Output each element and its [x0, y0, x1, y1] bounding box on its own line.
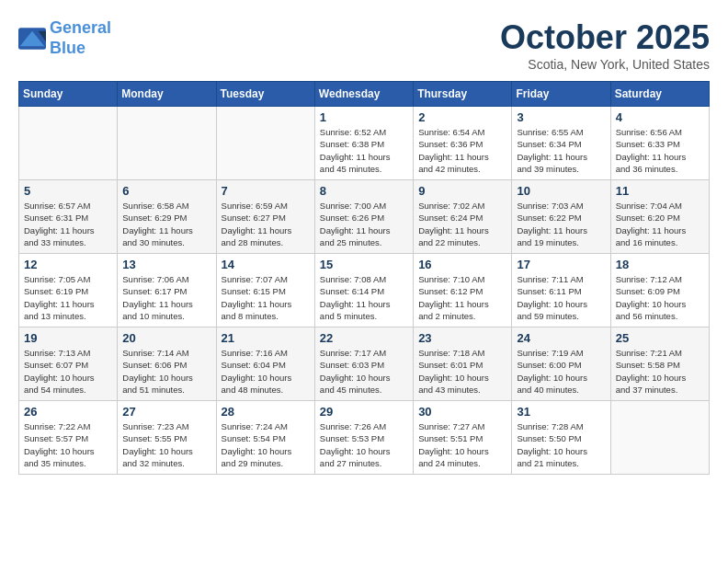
day-info: Sunrise: 7:22 AM Sunset: 5:57 PM Dayligh…: [24, 420, 112, 469]
calendar-cell: 3Sunrise: 6:55 AM Sunset: 6:34 PM Daylig…: [512, 107, 610, 180]
day-number: 18: [616, 258, 704, 271]
calendar-week-row: 26Sunrise: 7:22 AM Sunset: 5:57 PM Dayli…: [19, 401, 710, 475]
calendar-cell: 8Sunrise: 7:00 AM Sunset: 6:26 PM Daylig…: [314, 180, 413, 254]
weekday-header: Sunday: [19, 82, 118, 107]
day-number: 15: [320, 258, 408, 271]
calendar-cell: 29Sunrise: 7:26 AM Sunset: 5:53 PM Dayli…: [314, 401, 413, 475]
day-number: 24: [517, 331, 605, 345]
calendar-cell: 28Sunrise: 7:24 AM Sunset: 5:54 PM Dayli…: [216, 401, 314, 475]
day-number: 31: [517, 405, 605, 419]
day-number: 28: [222, 405, 310, 419]
day-info: Sunrise: 7:03 AM Sunset: 6:22 PM Dayligh…: [517, 200, 605, 248]
calendar-cell: 6Sunrise: 6:58 AM Sunset: 6:29 PM Daylig…: [118, 180, 216, 254]
calendar-cell: [19, 107, 118, 180]
day-number: 10: [517, 184, 605, 198]
calendar-cell: 22Sunrise: 7:17 AM Sunset: 6:03 PM Dayli…: [314, 327, 413, 401]
day-number: 1: [320, 110, 408, 124]
calendar-week-row: 1Sunrise: 6:52 AM Sunset: 6:38 PM Daylig…: [19, 107, 710, 180]
day-info: Sunrise: 7:14 AM Sunset: 6:06 PM Dayligh…: [122, 347, 210, 396]
day-number: 11: [616, 184, 704, 198]
day-info: Sunrise: 7:08 AM Sunset: 6:14 PM Dayligh…: [320, 273, 408, 322]
calendar-cell: 21Sunrise: 7:16 AM Sunset: 6:04 PM Dayli…: [216, 327, 314, 401]
day-info: Sunrise: 7:18 AM Sunset: 6:01 PM Dayligh…: [418, 347, 506, 396]
day-number: 9: [418, 184, 506, 198]
calendar-cell: [216, 107, 314, 180]
calendar-cell: 24Sunrise: 7:19 AM Sunset: 6:00 PM Dayli…: [512, 327, 610, 401]
day-info: Sunrise: 7:23 AM Sunset: 5:55 PM Dayligh…: [122, 420, 210, 469]
calendar-cell: 13Sunrise: 7:06 AM Sunset: 6:17 PM Dayli…: [118, 254, 216, 327]
calendar-week-row: 12Sunrise: 7:05 AM Sunset: 6:19 PM Dayli…: [19, 254, 710, 327]
day-number: 16: [418, 258, 506, 271]
day-info: Sunrise: 7:27 AM Sunset: 5:51 PM Dayligh…: [418, 420, 506, 469]
weekday-header: Monday: [118, 82, 216, 107]
calendar-cell: 2Sunrise: 6:54 AM Sunset: 6:36 PM Daylig…: [414, 107, 512, 180]
day-number: 26: [24, 405, 112, 419]
calendar-title: October 2025: [500, 18, 710, 57]
calendar-cell: 27Sunrise: 7:23 AM Sunset: 5:55 PM Dayli…: [118, 401, 216, 475]
day-number: 13: [122, 258, 210, 271]
calendar-cell: 17Sunrise: 7:11 AM Sunset: 6:11 PM Dayli…: [512, 254, 610, 327]
calendar-cell: 20Sunrise: 7:14 AM Sunset: 6:06 PM Dayli…: [118, 327, 216, 401]
calendar-cell: 18Sunrise: 7:12 AM Sunset: 6:09 PM Dayli…: [610, 254, 709, 327]
day-info: Sunrise: 7:21 AM Sunset: 5:58 PM Dayligh…: [616, 347, 704, 396]
day-info: Sunrise: 7:24 AM Sunset: 5:54 PM Dayligh…: [222, 420, 310, 469]
calendar-subtitle: Scotia, New York, United States: [500, 57, 710, 72]
day-info: Sunrise: 7:17 AM Sunset: 6:03 PM Dayligh…: [320, 347, 408, 396]
weekday-header: Friday: [512, 82, 610, 107]
calendar-week-row: 5Sunrise: 6:57 AM Sunset: 6:31 PM Daylig…: [19, 180, 710, 254]
day-info: Sunrise: 7:28 AM Sunset: 5:50 PM Dayligh…: [517, 420, 605, 469]
day-info: Sunrise: 6:55 AM Sunset: 6:34 PM Dayligh…: [517, 126, 605, 175]
day-number: 21: [222, 331, 310, 345]
calendar-cell: 19Sunrise: 7:13 AM Sunset: 6:07 PM Dayli…: [19, 327, 118, 401]
calendar-cell: [610, 401, 709, 475]
calendar-cell: 30Sunrise: 7:27 AM Sunset: 5:51 PM Dayli…: [414, 401, 512, 475]
calendar-cell: 4Sunrise: 6:56 AM Sunset: 6:33 PM Daylig…: [610, 107, 709, 180]
day-number: 3: [517, 110, 605, 124]
day-number: 14: [222, 258, 310, 271]
calendar-cell: 11Sunrise: 7:04 AM Sunset: 6:20 PM Dayli…: [610, 180, 709, 254]
day-number: 30: [418, 405, 506, 419]
calendar-cell: 23Sunrise: 7:18 AM Sunset: 6:01 PM Dayli…: [414, 327, 512, 401]
calendar-cell: 15Sunrise: 7:08 AM Sunset: 6:14 PM Dayli…: [314, 254, 413, 327]
day-info: Sunrise: 7:19 AM Sunset: 6:00 PM Dayligh…: [517, 347, 605, 396]
calendar-cell: 10Sunrise: 7:03 AM Sunset: 6:22 PM Dayli…: [512, 180, 610, 254]
day-number: 22: [320, 331, 408, 345]
day-info: Sunrise: 6:58 AM Sunset: 6:29 PM Dayligh…: [122, 200, 210, 248]
day-number: 8: [320, 184, 408, 198]
calendar-week-row: 19Sunrise: 7:13 AM Sunset: 6:07 PM Dayli…: [19, 327, 710, 401]
calendar-cell: 31Sunrise: 7:28 AM Sunset: 5:50 PM Dayli…: [512, 401, 610, 475]
day-number: 19: [24, 331, 112, 345]
day-number: 12: [24, 258, 112, 271]
calendar-body: 1Sunrise: 6:52 AM Sunset: 6:38 PM Daylig…: [19, 107, 710, 475]
weekday-header: Wednesday: [314, 82, 413, 107]
calendar-table: SundayMondayTuesdayWednesdayThursdayFrid…: [18, 81, 710, 475]
calendar-header: SundayMondayTuesdayWednesdayThursdayFrid…: [19, 82, 710, 107]
logo-text: General Blue: [50, 18, 111, 58]
day-info: Sunrise: 7:12 AM Sunset: 6:09 PM Dayligh…: [616, 273, 704, 322]
day-info: Sunrise: 7:06 AM Sunset: 6:17 PM Dayligh…: [122, 273, 210, 322]
calendar-cell: 7Sunrise: 6:59 AM Sunset: 6:27 PM Daylig…: [216, 180, 314, 254]
day-number: 29: [320, 405, 408, 419]
day-info: Sunrise: 7:16 AM Sunset: 6:04 PM Dayligh…: [222, 347, 310, 396]
calendar-cell: 14Sunrise: 7:07 AM Sunset: 6:15 PM Dayli…: [216, 254, 314, 327]
day-info: Sunrise: 7:11 AM Sunset: 6:11 PM Dayligh…: [517, 273, 605, 322]
day-info: Sunrise: 6:59 AM Sunset: 6:27 PM Dayligh…: [222, 200, 310, 248]
day-info: Sunrise: 6:54 AM Sunset: 6:36 PM Dayligh…: [418, 126, 506, 175]
day-info: Sunrise: 7:04 AM Sunset: 6:20 PM Dayligh…: [616, 200, 704, 248]
weekday-header: Thursday: [414, 82, 512, 107]
day-info: Sunrise: 7:07 AM Sunset: 6:15 PM Dayligh…: [222, 273, 310, 322]
calendar-cell: 1Sunrise: 6:52 AM Sunset: 6:38 PM Daylig…: [314, 107, 413, 180]
calendar-cell: 5Sunrise: 6:57 AM Sunset: 6:31 PM Daylig…: [19, 180, 118, 254]
weekday-row: SundayMondayTuesdayWednesdayThursdayFrid…: [19, 82, 710, 107]
day-number: 25: [616, 331, 704, 345]
weekday-header: Saturday: [610, 82, 709, 107]
calendar-cell: 26Sunrise: 7:22 AM Sunset: 5:57 PM Dayli…: [19, 401, 118, 475]
day-info: Sunrise: 6:57 AM Sunset: 6:31 PM Dayligh…: [24, 200, 112, 248]
day-info: Sunrise: 7:10 AM Sunset: 6:12 PM Dayligh…: [418, 273, 506, 322]
page-header: General Blue October 2025 Scotia, New Yo…: [18, 18, 710, 72]
calendar-cell: 16Sunrise: 7:10 AM Sunset: 6:12 PM Dayli…: [414, 254, 512, 327]
day-info: Sunrise: 7:00 AM Sunset: 6:26 PM Dayligh…: [320, 200, 408, 248]
day-number: 7: [222, 184, 310, 198]
day-info: Sunrise: 7:26 AM Sunset: 5:53 PM Dayligh…: [320, 420, 408, 469]
day-number: 17: [517, 258, 605, 271]
